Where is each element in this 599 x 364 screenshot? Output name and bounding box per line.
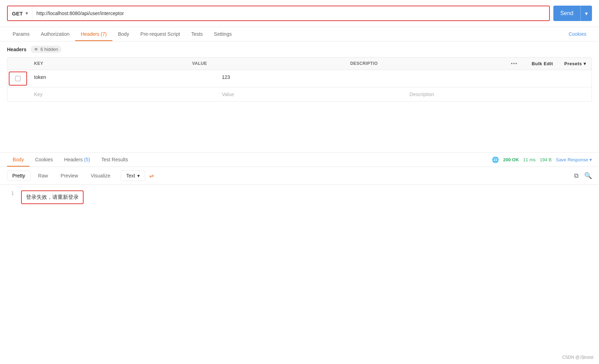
row-value-placeholder[interactable]: Value [216,87,404,101]
col-presets[interactable]: Presets ▾ [559,58,592,70]
tab-params[interactable]: Params [7,27,35,41]
tab-body[interactable]: Body [112,27,135,41]
code-line: 1 登录失效，请重新登录 [7,190,592,204]
response-tab-body[interactable]: Body [7,153,29,167]
request-bar: GET ▾ Send ▾ [0,0,599,27]
eye-icon: 👁 [34,47,38,52]
col-value: VALUE [186,58,344,70]
response-tab-cookies[interactable]: Cookies [29,153,59,167]
tab-headers[interactable]: Headers (7) [75,27,112,41]
format-visualize[interactable]: Visualize [86,171,115,181]
response-tab-headers[interactable]: Headers (5) [59,153,96,167]
status-time: 11 ms [523,157,535,162]
status-size: 194 B [540,157,552,162]
col-dots: ••• [503,58,526,70]
send-label: Send [553,10,580,16]
table-row: token 123 [7,70,592,87]
presets-chevron-icon: ▾ [584,61,586,66]
response-body: 1 登录失效，请重新登录 [0,185,599,210]
row-checkbox[interactable] [15,76,21,81]
col-key: KEY [28,58,186,70]
hidden-headers-badge[interactable]: 👁 6 hidden [31,46,61,53]
globe-icon: 🌐 [492,156,499,163]
row-value[interactable]: 123 [216,70,404,87]
headers-table: KEY VALUE DESCRIPTIO ••• Bulk Edit Prese… [7,57,592,102]
save-response-chevron-icon: ▾ [590,157,592,162]
text-format-select[interactable]: Text ▾ [121,170,145,181]
send-button[interactable]: Send ▾ [553,6,592,21]
tab-cookies[interactable]: Cookies [563,27,592,41]
url-input[interactable] [32,6,549,20]
format-pretty[interactable]: Pretty [7,170,31,181]
search-icon[interactable]: 🔍 [584,172,592,180]
response-section: Body Cookies Headers (5) Test Results 🌐 … [0,152,599,210]
response-headers-count: (5) [84,157,90,162]
request-tabs: Params Authorization Headers (7) Body Pr… [0,27,599,41]
tab-tests[interactable]: Tests [186,27,209,41]
row-checkbox-cell[interactable] [9,72,27,86]
save-response-button[interactable]: Save Response ▾ [556,157,592,162]
response-tabs: Body Cookies Headers (5) Test Results 🌐 … [0,153,599,167]
status-code: 200 OK [503,157,519,162]
col-bulk-edit[interactable]: Bulk Edit [526,58,559,70]
line-number: 1 [7,190,14,204]
response-content: 登录失效，请重新登录 [21,190,84,204]
method-chevron-icon: ▾ [26,11,28,16]
more-options-icon[interactable]: ••• [508,61,521,66]
headers-count-badge: (7) [101,31,107,37]
col-checkbox [7,58,28,70]
send-dropdown-icon[interactable]: ▾ [580,6,592,21]
tab-settings[interactable]: Settings [208,27,237,41]
format-row: Pretty Raw Preview Visualize Text ▾ ⇌ ⧉ … [0,167,599,185]
tab-authorization[interactable]: Authorization [35,27,75,41]
col-description: DESCRIPTIO [344,58,502,70]
tab-pre-request[interactable]: Pre-request Script [135,27,186,41]
hidden-count: 6 hidden [40,47,58,52]
format-preview[interactable]: Preview [56,171,83,181]
row-key[interactable]: token [28,70,216,87]
copy-icon[interactable]: ⧉ [574,172,579,180]
spacer [0,102,599,144]
row-description[interactable] [404,70,592,87]
table-row: Key Value Description [7,87,592,101]
format-raw[interactable]: Raw [33,171,53,181]
row-empty-checkbox-cell [7,87,28,101]
table-header: KEY VALUE DESCRIPTIO ••• Bulk Edit Prese… [7,58,592,70]
method-label: GET [12,11,23,16]
text-select-chevron-icon: ▾ [137,173,140,178]
headers-label: Headers [7,47,26,52]
row-description-placeholder[interactable]: Description [404,87,592,101]
row-key-placeholder[interactable]: Key [28,87,216,101]
url-container: GET ▾ [7,6,550,21]
response-status: 🌐 200 OK 11 ms 194 B Save Response ▾ [492,156,592,163]
method-dropdown[interactable]: GET ▾ [8,6,32,20]
response-tab-test-results[interactable]: Test Results [96,153,133,167]
wrap-icon[interactable]: ⇌ [149,173,154,179]
headers-section: Headers 👁 6 hidden [0,41,599,57]
